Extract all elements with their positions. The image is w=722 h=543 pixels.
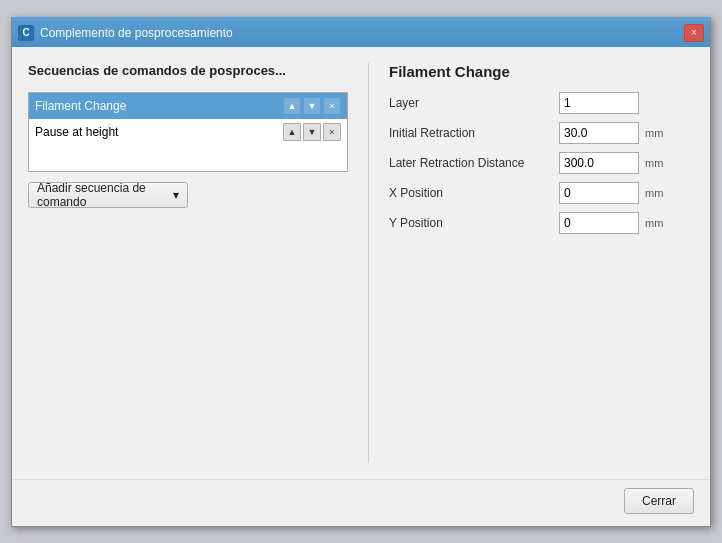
dropdown-arrow-icon: ▾ (173, 188, 179, 202)
footer: Cerrar (12, 479, 710, 526)
field-row-y-position: Y Position mm (389, 212, 694, 234)
sequence-item-controls-1: ▲ ▼ × (283, 123, 341, 141)
sequence-item-label-1: Pause at height (35, 125, 283, 139)
sequence-item-filament-change[interactable]: Filament Change ▲ ▼ × (29, 93, 347, 119)
content-area: Secuencias de comandos de posproces... F… (12, 47, 710, 479)
right-panel-title: Filament Change (389, 63, 694, 80)
sequence-item-pause-at-height[interactable]: Pause at height ▲ ▼ × (29, 119, 347, 145)
field-unit-x-position: mm (645, 187, 670, 199)
add-sequence-button[interactable]: Añadir secuencia de comando ▾ (28, 182, 188, 208)
sequence-item-label: Filament Change (35, 99, 283, 113)
sequence-item-controls-0: ▲ ▼ × (283, 97, 341, 115)
sequence-remove-button-1[interactable]: × (323, 123, 341, 141)
sequence-up-button-1[interactable]: ▲ (283, 123, 301, 141)
field-unit-later-retraction: mm (645, 157, 670, 169)
vertical-divider (368, 63, 369, 463)
field-unit-initial-retraction: mm (645, 127, 670, 139)
field-row-later-retraction: Later Retraction Distance mm (389, 152, 694, 174)
sequence-remove-button-0[interactable]: × (323, 97, 341, 115)
field-label-y-position: Y Position (389, 216, 559, 230)
right-panel: Filament Change Layer Initial Retraction… (389, 63, 694, 463)
field-label-initial-retraction: Initial Retraction (389, 126, 559, 140)
field-unit-y-position: mm (645, 217, 670, 229)
sequence-up-button-0[interactable]: ▲ (283, 97, 301, 115)
field-input-layer[interactable] (559, 92, 639, 114)
left-panel: Secuencias de comandos de posproces... F… (28, 63, 348, 463)
main-window: C Complemento de posprocesamiento × Secu… (11, 17, 711, 527)
field-input-later-retraction[interactable] (559, 152, 639, 174)
field-label-later-retraction: Later Retraction Distance (389, 156, 559, 170)
field-row-layer: Layer (389, 92, 694, 114)
field-input-y-position[interactable] (559, 212, 639, 234)
title-bar: C Complemento de posprocesamiento × (12, 19, 710, 47)
left-panel-title: Secuencias de comandos de posproces... (28, 63, 348, 82)
close-button[interactable]: Cerrar (624, 488, 694, 514)
window-title: Complemento de posprocesamiento (40, 26, 684, 40)
close-window-button[interactable]: × (684, 24, 704, 42)
field-label-layer: Layer (389, 96, 559, 110)
sequence-down-button-1[interactable]: ▼ (303, 123, 321, 141)
field-input-x-position[interactable] (559, 182, 639, 204)
app-icon: C (18, 25, 34, 41)
sequence-down-button-0[interactable]: ▼ (303, 97, 321, 115)
field-row-x-position: X Position mm (389, 182, 694, 204)
field-row-initial-retraction: Initial Retraction mm (389, 122, 694, 144)
field-label-x-position: X Position (389, 186, 559, 200)
window-controls: × (684, 24, 704, 42)
field-input-initial-retraction[interactable] (559, 122, 639, 144)
sequence-list: Filament Change ▲ ▼ × Pause at height ▲ … (28, 92, 348, 172)
